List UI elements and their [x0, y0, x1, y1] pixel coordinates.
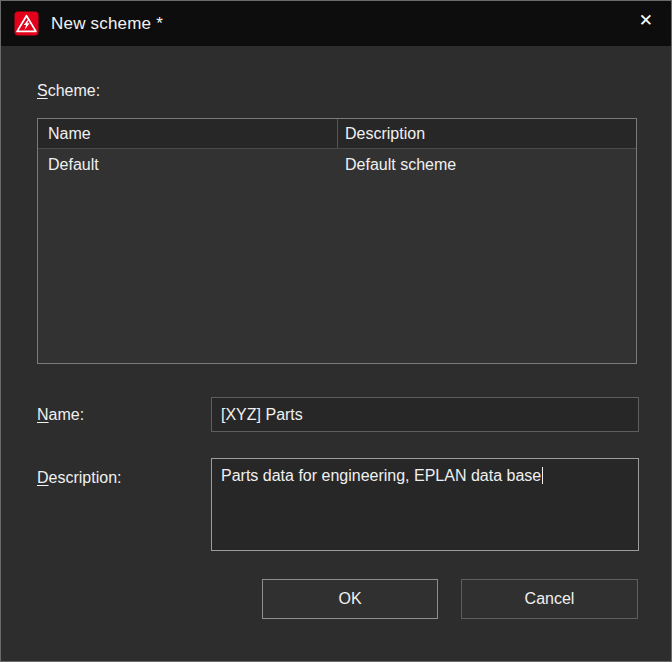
description-text: Parts data for engineering, EPLAN data b…: [221, 467, 541, 484]
name-label-rest: ame:: [49, 406, 85, 423]
description-label-rest: escription:: [49, 469, 122, 486]
dialog-title: New scheme *: [51, 14, 163, 34]
eplan-warning-triangle-icon: [14, 11, 39, 36]
table-header: Name Description: [38, 119, 636, 149]
text-caret: [542, 467, 543, 484]
description-label: Description:: [37, 469, 121, 487]
scheme-label: Scheme:: [37, 82, 100, 100]
row-name-cell[interactable]: Default: [38, 156, 338, 174]
column-header-description[interactable]: Description: [338, 119, 636, 148]
row-description-cell[interactable]: Default scheme: [338, 156, 636, 174]
name-label-mnemonic: N: [37, 406, 49, 423]
ok-button[interactable]: OK: [262, 579, 438, 619]
scheme-table: Name Description Default Default scheme: [37, 118, 637, 364]
scheme-label-mnemonic: S: [37, 82, 48, 99]
description-label-mnemonic: D: [37, 469, 49, 486]
close-icon[interactable]: ✕: [637, 10, 655, 31]
cancel-button[interactable]: Cancel: [461, 579, 638, 619]
description-textarea[interactable]: Parts data for engineering, EPLAN data b…: [211, 458, 639, 551]
name-label: Name:: [37, 406, 84, 424]
scheme-label-rest: cheme:: [48, 82, 100, 99]
titlebar[interactable]: New scheme * ✕: [1, 1, 671, 46]
new-scheme-dialog: New scheme * ✕ Scheme: Name Description …: [0, 0, 672, 662]
table-row[interactable]: Default Default scheme: [38, 149, 636, 180]
name-input[interactable]: [211, 397, 639, 432]
column-header-name[interactable]: Name: [38, 119, 338, 148]
